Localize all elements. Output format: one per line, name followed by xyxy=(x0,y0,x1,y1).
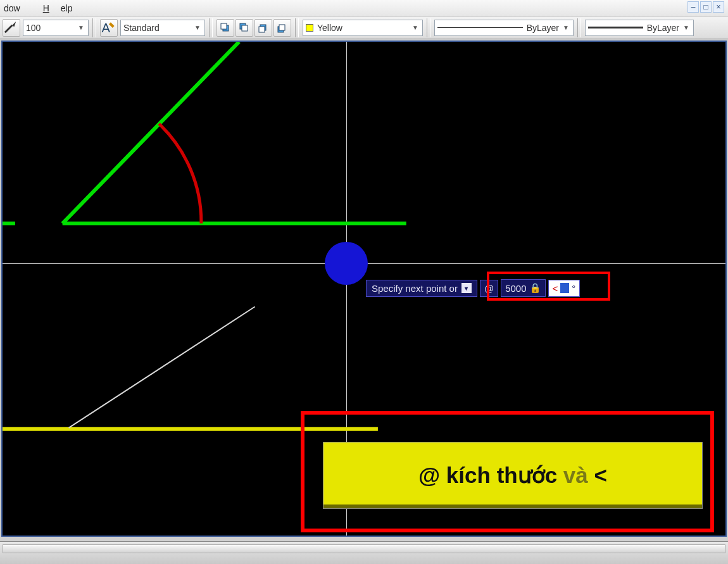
svg-line-0 xyxy=(5,25,13,32)
highlight-coord-boxes xyxy=(487,272,610,301)
line-green-diag xyxy=(63,42,239,223)
toolbar-separator xyxy=(577,18,581,37)
chevron-down-icon: ▼ xyxy=(682,24,691,31)
chevron-down-icon: ▼ xyxy=(193,24,202,31)
annotation-text: @ kích thước và < xyxy=(418,463,607,488)
svg-marker-1 xyxy=(12,21,16,27)
linetype-sample xyxy=(437,27,523,28)
dynamic-prompt: Specify next point or ▾ xyxy=(366,280,477,297)
status-bar xyxy=(0,541,728,564)
chevron-down-icon: ▼ xyxy=(77,24,85,31)
linetype-dropdown[interactable]: ByLayer ▼ xyxy=(434,20,574,36)
textstyle-icon[interactable]: A xyxy=(100,19,118,37)
svg-rect-6 xyxy=(242,25,248,31)
chevron-down-icon: ▼ xyxy=(411,24,420,31)
color-swatch xyxy=(306,24,313,32)
restore-button[interactable]: □ xyxy=(700,1,712,13)
textstyle-dropdown[interactable]: Standard ▼ xyxy=(120,20,205,36)
svg-text:A: A xyxy=(101,21,110,35)
line-white-diag xyxy=(69,307,255,428)
menu-window[interactable]: dow xyxy=(4,3,32,13)
menu-help[interactable]: Help xyxy=(43,3,84,13)
send-back-button[interactable] xyxy=(235,19,253,37)
prompt-more-icon[interactable]: ▾ xyxy=(461,283,472,293)
annotation-scale-value: 100 xyxy=(26,23,74,33)
cursor-pickbox xyxy=(325,242,368,285)
minimize-button[interactable]: – xyxy=(687,1,699,13)
svg-rect-4 xyxy=(221,23,227,29)
toolbar-separator xyxy=(92,18,96,37)
send-under-button[interactable] xyxy=(273,19,291,37)
arc-angle-red xyxy=(159,124,201,223)
linetype-value: ByLayer xyxy=(527,23,559,33)
textstyle-value: Standard xyxy=(123,23,191,33)
annotation-scale-dropdown[interactable]: 100 ▼ xyxy=(23,20,89,36)
drawing-canvas[interactable]: Specify next point or ▾ @ 5000 🔒 < ° @ k… xyxy=(1,41,727,537)
lineweight-value: ByLayer xyxy=(647,23,679,33)
properties-toolbar: 100 ▼ A Standard ▼ Yellow ▼ ByLayer ▼ By… xyxy=(0,16,728,39)
draworder-group xyxy=(217,19,291,37)
bring-front-button[interactable] xyxy=(217,19,234,37)
dimscale-icon[interactable] xyxy=(3,19,20,37)
menu-bar: dow Help xyxy=(0,0,728,16)
close-button[interactable]: × xyxy=(713,1,724,13)
toolbar-separator xyxy=(209,18,213,37)
lineweight-sample xyxy=(588,27,643,28)
toolbar-separator xyxy=(295,18,299,37)
chevron-down-icon: ▼ xyxy=(562,24,570,31)
toolbar-separator xyxy=(427,18,430,37)
bring-above-button[interactable] xyxy=(254,19,272,37)
annotation-callout: @ kích thước và < xyxy=(323,442,703,509)
color-dropdown[interactable]: Yellow ▼ xyxy=(303,20,423,36)
dynamic-prompt-text: Specify next point or xyxy=(372,283,458,294)
lineweight-dropdown[interactable]: ByLayer ▼ xyxy=(585,20,694,36)
color-value: Yellow xyxy=(317,23,408,33)
svg-rect-8 xyxy=(259,27,265,32)
window-controls: – □ × xyxy=(687,1,724,13)
svg-rect-10 xyxy=(279,25,285,30)
